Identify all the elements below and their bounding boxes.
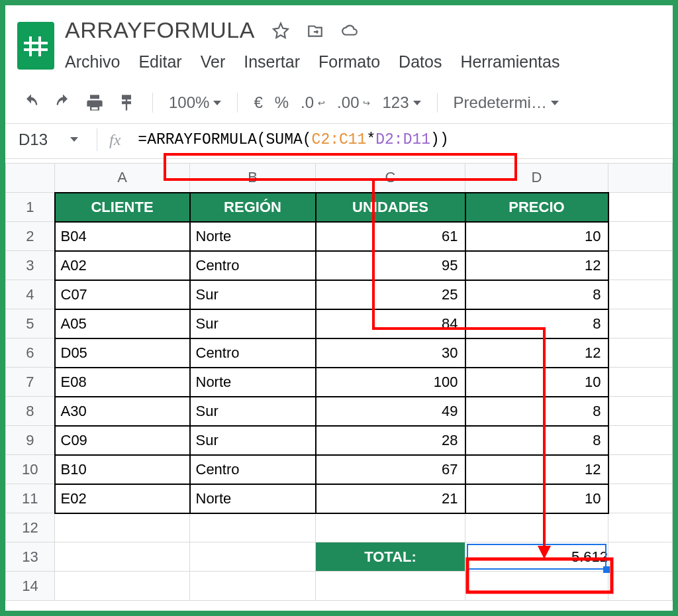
move-icon[interactable] — [307, 22, 324, 39]
menu-formato[interactable]: Formato — [318, 52, 380, 72]
cloud-icon[interactable] — [341, 22, 358, 39]
currency-button[interactable]: € — [254, 93, 262, 112]
cell-region[interactable]: Sur — [190, 309, 316, 338]
row-header[interactable]: 4 — [6, 280, 55, 309]
cell-region[interactable]: Norte — [190, 222, 316, 251]
sheets-logo — [15, 17, 57, 74]
row-header[interactable]: 3 — [6, 251, 55, 280]
paint-format-icon[interactable] — [117, 93, 136, 113]
cell-precio[interactable]: 12 — [465, 251, 608, 280]
cell-region[interactable]: Sur — [190, 280, 316, 309]
cell-region[interactable]: Norte — [190, 484, 316, 513]
col-header-a[interactable]: A — [55, 164, 190, 193]
chevron-down-icon — [413, 101, 421, 105]
row-header[interactable]: 5 — [6, 309, 55, 338]
cell-cliente[interactable]: B04 — [55, 222, 190, 251]
cell-region[interactable]: Norte — [190, 368, 316, 397]
fx-icon: fx — [109, 131, 121, 149]
cell-precio[interactable]: 10 — [465, 222, 608, 251]
cell-cliente[interactable]: A30 — [55, 397, 190, 426]
cell-region[interactable]: Sur — [190, 426, 316, 455]
table-row: 7E08Norte10010 — [6, 368, 673, 397]
cell-region[interactable]: Centro — [190, 338, 316, 368]
cell-unidades[interactable]: 28 — [316, 426, 465, 455]
cell-cliente[interactable]: C07 — [55, 280, 190, 309]
increase-decimals-button[interactable]: .00↪ — [337, 93, 370, 112]
cell-region[interactable]: Centro — [190, 251, 316, 280]
row-header[interactable]: 11 — [6, 484, 55, 513]
menu-datos[interactable]: Datos — [399, 52, 442, 72]
cell-precio[interactable]: 8 — [465, 280, 608, 309]
font-select[interactable]: Predetermi… — [454, 93, 559, 112]
print-icon[interactable] — [85, 93, 105, 113]
percent-button[interactable]: % — [275, 93, 289, 112]
menu-ver[interactable]: Ver — [201, 52, 226, 72]
cell-unidades[interactable]: 21 — [316, 484, 465, 513]
row-header[interactable]: 14 — [6, 572, 55, 601]
row-header[interactable]: 12 — [6, 513, 55, 542]
cell-cliente[interactable]: B10 — [55, 455, 190, 484]
toolbar: 100% € % .0↩ .00↪ 123 Predetermi… — [5, 89, 673, 124]
cell-unidades[interactable]: 84 — [316, 309, 465, 338]
menu-herramientas[interactable]: Herramientas — [460, 52, 559, 72]
cell-cliente[interactable]: E08 — [55, 368, 190, 397]
cell-precio[interactable]: 10 — [465, 484, 608, 513]
cell-cliente[interactable]: C09 — [55, 426, 190, 455]
table-row: 8A30Sur498 — [6, 397, 673, 426]
col-header-b[interactable]: B — [190, 164, 316, 193]
cell-region[interactable]: Centro — [190, 455, 316, 484]
menu-insertar[interactable]: Insertar — [244, 52, 300, 72]
cell-unidades[interactable]: 95 — [316, 251, 465, 280]
fill-handle[interactable] — [603, 566, 610, 573]
cell-cliente[interactable]: D05 — [55, 338, 190, 368]
row-header-1[interactable]: 1 — [6, 193, 55, 222]
row-header[interactable]: 6 — [6, 338, 55, 368]
table-row: 5A05Sur848 — [6, 309, 673, 338]
cell-precio[interactable]: 8 — [465, 397, 608, 426]
row-header[interactable]: 9 — [6, 426, 55, 455]
formula-row: D13 fx =ARRAYFORMULA(SUMA(C2:C11*D2:D11)… — [5, 124, 673, 159]
app-header: ARRAYFORMULA Archivo Editar Ver Insertar… — [5, 5, 673, 74]
col-header-c[interactable]: C — [316, 164, 465, 193]
cell-unidades[interactable]: 67 — [316, 455, 465, 484]
formula-bar[interactable]: =ARRAYFORMULA(SUMA(C2:C11*D2:D11)) — [138, 131, 673, 148]
redo-icon[interactable] — [53, 93, 73, 113]
decrease-decimals-button[interactable]: .0↩ — [301, 93, 325, 112]
column-header-row: A B C D — [6, 164, 673, 193]
table-header: CLIENTE — [55, 193, 190, 222]
row-header[interactable]: 8 — [6, 397, 55, 426]
col-header-d[interactable]: D — [465, 164, 608, 193]
spreadsheet-grid[interactable]: A B C D 1CLIENTEREGIÓNUNIDADESPRECIO2B04… — [5, 163, 673, 601]
cell-unidades[interactable]: 30 — [316, 338, 465, 368]
cell-cliente[interactable]: A05 — [55, 309, 190, 338]
result-cell[interactable]: 5.612 — [465, 542, 608, 572]
number-format-button[interactable]: 123 — [382, 93, 420, 112]
cell-precio[interactable]: 10 — [465, 368, 608, 397]
undo-icon[interactable] — [21, 93, 41, 113]
row-header[interactable]: 13 — [6, 542, 55, 572]
menu-editar[interactable]: Editar — [138, 52, 181, 72]
row-header[interactable]: 2 — [6, 222, 55, 251]
cell-unidades[interactable]: 49 — [316, 397, 465, 426]
table-row: 4C07Sur258 — [6, 280, 673, 309]
star-icon[interactable] — [272, 22, 289, 39]
menu-archivo[interactable]: Archivo — [65, 52, 120, 72]
cell-unidades[interactable]: 25 — [316, 280, 465, 309]
row-header[interactable]: 7 — [6, 368, 55, 397]
cell-unidades[interactable]: 100 — [316, 368, 465, 397]
cell-precio[interactable]: 8 — [465, 426, 608, 455]
name-box[interactable]: D13 — [5, 128, 85, 152]
cell-cliente[interactable]: A02 — [55, 251, 190, 280]
cell-precio[interactable]: 12 — [465, 455, 608, 484]
cell-unidades[interactable]: 61 — [316, 222, 465, 251]
zoom-select[interactable]: 100% — [169, 93, 221, 112]
total-label: TOTAL: — [316, 542, 465, 572]
table-row: 3A02Centro9512 — [6, 251, 673, 280]
document-title[interactable]: ARRAYFORMULA — [65, 17, 255, 43]
cell-cliente[interactable]: E02 — [55, 484, 190, 513]
menu-bar: Archivo Editar Ver Insertar Formato Dato… — [65, 52, 663, 72]
cell-precio[interactable]: 12 — [465, 338, 608, 368]
cell-region[interactable]: Sur — [190, 397, 316, 426]
row-header[interactable]: 10 — [6, 455, 55, 484]
cell-precio[interactable]: 8 — [465, 309, 608, 338]
